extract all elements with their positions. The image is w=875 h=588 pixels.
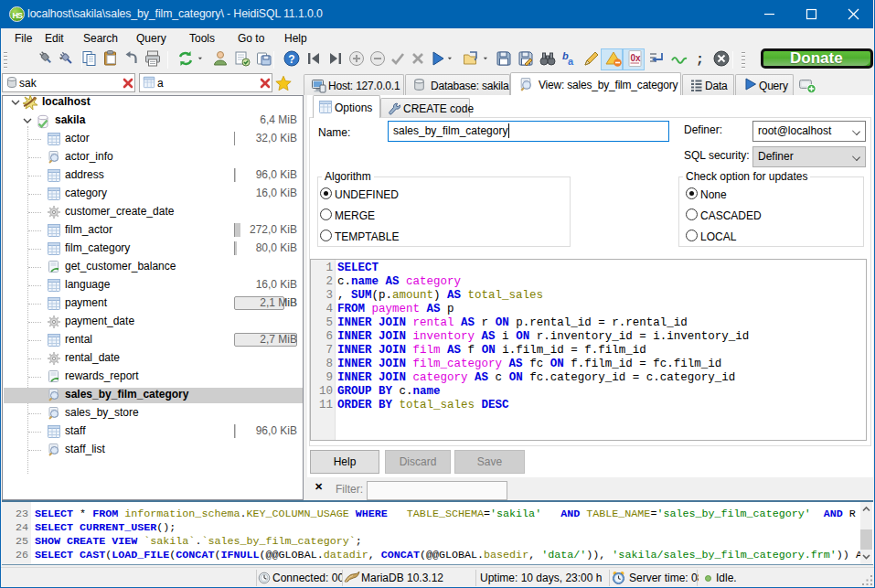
svg-text:;: ;	[696, 52, 704, 68]
svg-text:?: ?	[288, 53, 294, 66]
svg-text:a: a	[568, 56, 574, 67]
svg-text:0x: 0x	[631, 53, 642, 63]
